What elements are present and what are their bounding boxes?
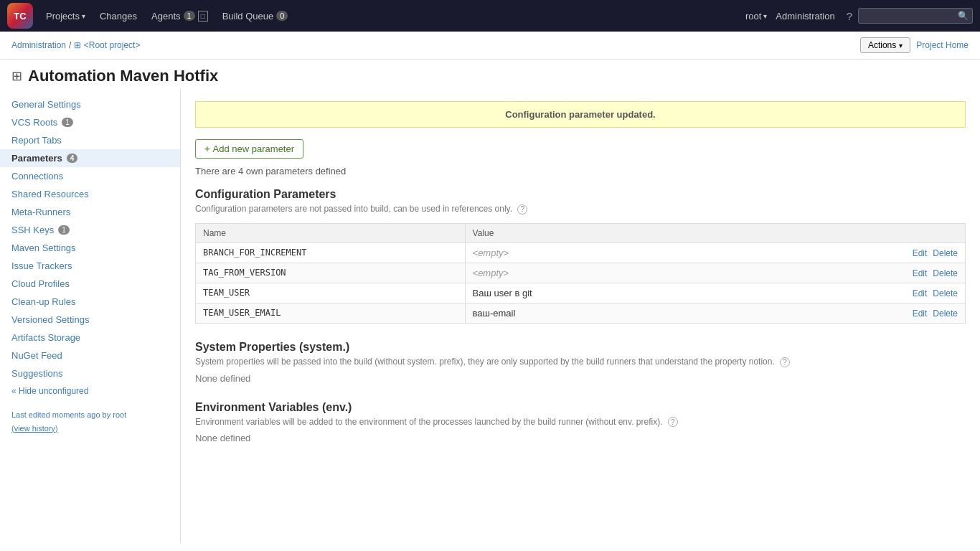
sidebar-item-artifacts-storage[interactable]: Artifacts Storage [0,329,180,347]
col-value: Value [465,223,965,242]
system-props-section: System Properties (system.) System prope… [195,341,966,384]
param-name-cell: TAG_FROM_VERSION [196,263,466,283]
sidebar-item-versioned-settings[interactable]: Versioned Settings [0,311,180,329]
nav-admin[interactable]: Administration [770,8,840,24]
grid-icon: ⊞ [11,68,22,84]
help-icon-env[interactable]: ? [668,417,678,427]
table-row: TAG_FROM_VERSION<empty>EditDelete [196,263,966,283]
page-title-bar: ⊞ Automation Maven Hotfix [0,60,980,90]
table-row: TEAM_USERВаш user в gitEditDelete [196,283,966,303]
system-props-title: System Properties (system.) [195,341,966,354]
system-props-desc: System properties will be passed into th… [195,357,966,367]
param-name-cell: TEAM_USER_EMAIL [196,303,466,323]
config-params-title: Configuration Parameters [195,188,966,201]
page-title: Automation Maven Hotfix [28,67,218,85]
breadcrumb-actions: Actions ▾ Project Home [860,37,969,53]
edit-link[interactable]: Edit [913,288,928,298]
sidebar-item-general-settings[interactable]: General Settings [0,95,180,113]
edit-link[interactable]: Edit [913,309,928,319]
vcs-roots-badge: 1 [62,118,73,127]
delete-link[interactable]: Delete [933,288,958,298]
params-count: There are 4 own parameters defined [195,166,966,176]
help-icon-config[interactable]: ? [517,204,527,215]
agents-badge: 1 [184,11,195,21]
actions-chevron-icon: ▾ [899,42,903,50]
nav-user[interactable]: root ▾ [745,11,767,22]
system-props-none: None defined [195,373,966,384]
nav-projects[interactable]: Projects ▾ [40,8,91,24]
sidebar-item-meta-runners[interactable]: Meta-Runners [0,203,180,221]
agents-square-icon: □ [198,11,208,22]
config-params-desc: Configuration parameters are not passed … [195,204,966,215]
edit-link[interactable]: Edit [913,268,928,278]
sidebar-item-cloud-profiles[interactable]: Cloud Profiles [0,275,180,293]
parameters-badge: 4 [67,154,78,163]
last-edited: Last edited moments ago by root (view hi… [0,400,180,438]
sidebar-item-vcs-roots[interactable]: VCS Roots 1 [0,113,180,131]
param-name-cell: BRANCH_FOR_INCREMENT [196,242,466,263]
env-vars-none: None defined [195,433,966,443]
env-vars-title: Environment Variables (env.) [195,401,966,414]
project-home-link[interactable]: Project Home [916,40,969,50]
sidebar-item-parameters[interactable]: Parameters 4 [0,149,180,167]
delete-link[interactable]: Delete [933,309,958,319]
breadcrumb-admin[interactable]: Administration [11,40,66,50]
env-vars-section: Environment Variables (env.) Environment… [195,401,966,444]
sidebar-item-maven-settings[interactable]: Maven Settings [0,239,180,257]
main-layout: General Settings VCS Roots 1 Report Tabs… [0,90,980,543]
plus-icon: + [204,143,210,154]
param-table: Name Value BRANCH_FOR_INCREMENT<empty>Ed… [195,223,966,324]
breadcrumb-bar: Administration / ⊞ <Root project> Action… [0,32,980,60]
sidebar-item-connections[interactable]: Connections [0,167,180,185]
sidebar-item-nuget-feed[interactable]: NuGet Feed [0,347,180,364]
param-value-cell: Ваш user в gitEditDelete [465,283,965,303]
actions-button[interactable]: Actions ▾ [860,37,910,53]
sidebar-item-suggestions[interactable]: Suggestions [0,364,180,382]
config-params-section: Configuration Parameters Configuration p… [195,188,966,324]
delete-link[interactable]: Delete [933,268,958,278]
col-name: Name [196,223,466,242]
search-wrap: 🔍 [858,8,973,24]
sidebar-item-ssh-keys[interactable]: SSH Keys 1 [0,221,180,239]
chevron-down-icon: ▾ [82,12,85,20]
param-value-cell: ваш-emailEditDelete [465,303,965,323]
delete-link[interactable]: Delete [933,248,958,258]
table-row: BRANCH_FOR_INCREMENT<empty>EditDelete [196,242,966,263]
sidebar-item-issue-trackers[interactable]: Issue Trackers [0,257,180,275]
tc-logo[interactable]: TC [7,3,33,29]
sidebar-item-shared-resources[interactable]: Shared Resources [0,185,180,203]
sidebar-item-report-tabs[interactable]: Report Tabs [0,131,180,149]
ssh-keys-badge: 1 [58,225,70,235]
add-parameter-button[interactable]: + Add new parameter [195,139,303,159]
help-icon-system[interactable]: ? [780,357,790,367]
build-queue-badge: 0 [276,11,288,21]
hide-unconfigured[interactable]: « Hide unconfigured [0,382,180,400]
table-row: TEAM_USER_EMAILваш-emailEditDelete [196,303,966,323]
nav-build-queue[interactable]: Build Queue 0 [217,8,294,24]
param-value-cell: <empty>EditDelete [465,263,965,283]
sidebar: General Settings VCS Roots 1 Report Tabs… [0,90,181,543]
content-area: Configuration parameter updated. + Add n… [181,90,980,543]
breadcrumb-root-project[interactable]: ⊞ <Root project> [74,40,140,50]
alert-banner: Configuration parameter updated. [195,101,966,128]
sidebar-item-clean-up-rules[interactable]: Clean-up Rules [0,293,180,311]
search-icon: 🔍 [958,11,969,21]
nav-changes[interactable]: Changes [94,8,143,24]
breadcrumb: Administration / ⊞ <Root project> [11,40,140,50]
nav-agents[interactable]: Agents 1 □ [146,8,214,24]
edit-link[interactable]: Edit [913,248,928,258]
help-icon[interactable]: ? [844,10,855,22]
breadcrumb-separator: / [69,40,71,50]
param-value-cell: <empty>EditDelete [465,242,965,263]
search-input[interactable] [858,8,973,24]
param-name-cell: TEAM_USER [196,283,466,303]
user-chevron-icon: ▾ [763,12,767,20]
view-history-link[interactable]: (view history) [11,424,58,433]
top-nav: TC Projects ▾ Changes Agents 1 □ Build Q… [0,0,980,32]
env-vars-desc: Environment variables will be added to t… [195,417,966,428]
